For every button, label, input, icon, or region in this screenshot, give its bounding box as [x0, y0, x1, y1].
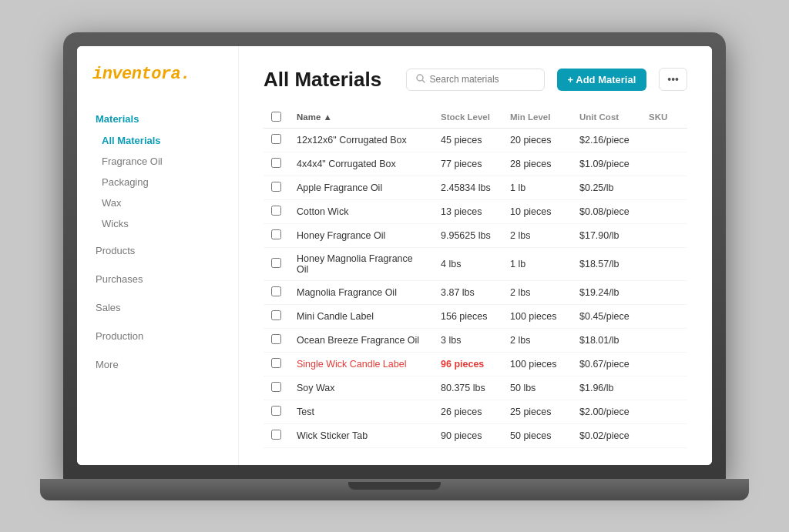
cell-cost: $18.57/lb: [572, 247, 641, 280]
cell-min: 10 pieces: [502, 199, 572, 223]
cell-sku: [641, 152, 687, 176]
cell-stock: 4 lbs: [433, 247, 502, 280]
row-checkbox-cell[interactable]: [264, 152, 289, 176]
row-checkbox-cell[interactable]: [264, 328, 289, 352]
add-material-button[interactable]: + Add Material: [557, 69, 647, 91]
sidebar-item-products[interactable]: Products: [92, 241, 223, 260]
svg-line-1: [422, 80, 425, 82]
sidebar-item-wicks[interactable]: Wicks: [92, 216, 223, 232]
cell-name: Mini Candle Label: [289, 304, 433, 328]
select-all-checkbox[interactable]: [271, 112, 281, 122]
cell-stock: 77 pieces: [433, 152, 502, 176]
cell-sku: [641, 304, 687, 328]
row-checkbox-cell[interactable]: [264, 423, 289, 447]
cell-min: 1 lb: [502, 176, 572, 199]
row-checkbox-6[interactable]: [271, 286, 281, 296]
row-checkbox-cell[interactable]: [264, 280, 289, 304]
laptop-screen: inventora. Materials All Materials Fragr…: [77, 46, 712, 465]
cell-name: Test: [289, 400, 433, 423]
cell-cost: $0.25/lb: [572, 176, 641, 199]
laptop-wrapper: inventora. Materials All Materials Fragr…: [40, 32, 749, 500]
sidebar-item-wax[interactable]: Wax: [92, 195, 223, 211]
row-checkbox-10[interactable]: [271, 382, 281, 392]
search-input[interactable]: [430, 74, 530, 85]
cell-name: Honey Fragrance Oil: [289, 223, 433, 247]
logo-dot: .: [180, 65, 190, 84]
cell-stock: 3 lbs: [433, 328, 502, 352]
row-checkbox-3[interactable]: [271, 206, 281, 216]
cell-name: Cotton Wick: [289, 199, 433, 223]
table-row: Mini Candle Label 156 pieces 100 pieces …: [264, 304, 687, 328]
cell-sku: [641, 328, 687, 352]
row-checkbox-4[interactable]: [271, 229, 281, 239]
row-checkbox-5[interactable]: [271, 258, 281, 268]
header-cost[interactable]: Unit Cost: [572, 107, 641, 129]
row-checkbox-0[interactable]: [271, 134, 281, 144]
table-row: Soy Wax 80.375 lbs 50 lbs $1.96/lb: [264, 376, 687, 400]
header-min[interactable]: Min Level: [502, 107, 572, 129]
header-stock[interactable]: Stock Level: [433, 107, 502, 129]
cell-cost: $0.02/piece: [572, 423, 641, 447]
header-checkbox-col: [264, 107, 289, 129]
row-checkbox-2[interactable]: [271, 182, 281, 192]
table-body: 12x12x6" Corrugated Box 45 pieces 20 pie…: [264, 128, 687, 447]
row-checkbox-cell[interactable]: [264, 400, 289, 423]
cell-min: 25 pieces: [502, 400, 572, 423]
table-row: 4x4x4" Corrugated Box 77 pieces 28 piece…: [264, 152, 687, 176]
table-row: Honey Fragrance Oil 9.95625 lbs 2 lbs $1…: [264, 223, 687, 247]
cell-name: Magnolia Fragrance Oil: [289, 280, 433, 304]
row-checkbox-7[interactable]: [271, 310, 281, 320]
cell-min: 28 pieces: [502, 152, 572, 176]
row-checkbox-8[interactable]: [271, 334, 281, 344]
cell-cost: $0.45/piece: [572, 304, 641, 328]
cell-sku: [641, 352, 687, 376]
cell-sku: [641, 376, 687, 400]
cell-name: 4x4x4" Corrugated Box: [289, 152, 433, 176]
more-options-button[interactable]: •••: [659, 68, 687, 91]
main-content: All Materials + Add Material •••: [239, 46, 712, 465]
row-checkbox-cell[interactable]: [264, 304, 289, 328]
sidebar-item-sales[interactable]: Sales: [92, 298, 223, 317]
row-checkbox-9[interactable]: [271, 358, 281, 368]
sidebar-item-all-materials[interactable]: All Materials: [92, 132, 223, 149]
cell-cost: $17.90/lb: [572, 223, 641, 247]
search-icon: [416, 74, 425, 85]
cell-sku: [641, 280, 687, 304]
cell-stock: 3.87 lbs: [433, 280, 502, 304]
row-checkbox-1[interactable]: [271, 158, 281, 168]
row-checkbox-cell[interactable]: [264, 176, 289, 199]
table-row: 12x12x6" Corrugated Box 45 pieces 20 pie…: [264, 128, 687, 152]
cell-sku: [641, 176, 687, 199]
logo-text: inventora: [92, 65, 180, 84]
row-checkbox-12[interactable]: [271, 430, 281, 440]
sidebar-item-more[interactable]: More: [92, 355, 223, 374]
row-checkbox-cell[interactable]: [264, 199, 289, 223]
row-checkbox-11[interactable]: [271, 406, 281, 416]
row-checkbox-cell[interactable]: [264, 376, 289, 400]
cell-min: 1 lb: [502, 247, 572, 280]
cell-cost: $2.00/piece: [572, 400, 641, 423]
sidebar-materials-section[interactable]: Materials: [92, 113, 223, 125]
sidebar-item-production[interactable]: Production: [92, 326, 223, 346]
cell-name: 12x12x6" Corrugated Box: [289, 128, 433, 152]
table-row: Test 26 pieces 25 pieces $2.00/piece: [264, 400, 687, 423]
cell-name: Honey Magnolia Fragrance Oil: [289, 247, 433, 280]
cell-min: 2 lbs: [502, 280, 572, 304]
sidebar-item-fragrance-oil[interactable]: Fragrance Oil: [92, 153, 223, 169]
row-checkbox-cell[interactable]: [264, 247, 289, 280]
header-name[interactable]: Name ▲: [289, 107, 433, 129]
header-sku[interactable]: SKU: [641, 107, 687, 129]
search-box[interactable]: [406, 69, 545, 91]
row-checkbox-cell[interactable]: [264, 352, 289, 376]
cell-sku: [641, 199, 687, 223]
laptop-screen-bezel: inventora. Materials All Materials Fragr…: [63, 32, 726, 479]
row-checkbox-cell[interactable]: [264, 128, 289, 152]
sidebar-item-packaging[interactable]: Packaging: [92, 174, 223, 190]
cell-cost: $18.01/lb: [572, 328, 641, 352]
cell-name: Soy Wax: [289, 376, 433, 400]
cell-min: 2 lbs: [502, 328, 572, 352]
cell-cost: $1.96/lb: [572, 376, 641, 400]
row-checkbox-cell[interactable]: [264, 223, 289, 247]
cell-name: Wick Sticker Tab: [289, 423, 433, 447]
sidebar-item-purchases[interactable]: Purchases: [92, 269, 223, 289]
